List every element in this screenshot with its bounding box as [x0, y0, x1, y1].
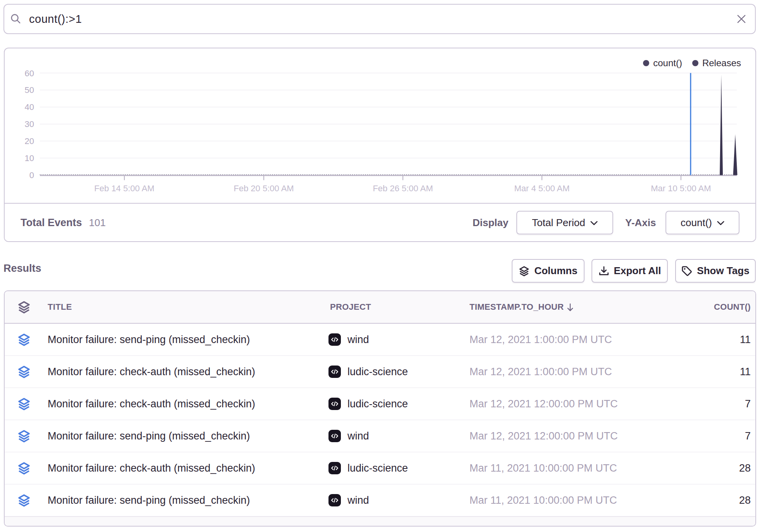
table-row[interactable]: Monitor failure: send-ping (missed_check…	[5, 324, 755, 356]
event-count: 28	[671, 494, 755, 506]
legend-item-releases[interactable]: Releases	[692, 58, 741, 69]
svg-text:20: 20	[25, 136, 34, 146]
project-cell: wind	[328, 430, 469, 442]
show-tags-button[interactable]: Show Tags	[675, 259, 756, 283]
event-timestamp: Mar 12, 2021 1:00:00 PM UTC	[469, 366, 671, 378]
project-cell: ludic-science	[328, 462, 469, 474]
yaxis-dropdown[interactable]: count()	[665, 211, 739, 234]
stack-icon	[17, 333, 31, 346]
search-input[interactable]: count():>1	[29, 13, 736, 26]
event-title[interactable]: Monitor failure: check-auth (missed_chec…	[43, 398, 328, 410]
event-timestamp: Mar 12, 2021 12:00:00 PM UTC	[469, 398, 671, 410]
results-table: TITLE PROJECT TIMESTAMP.TO_HOUR COUNT() …	[4, 290, 756, 527]
legend-dot-releases-icon	[692, 60, 698, 66]
column-header-count[interactable]: COUNT()	[671, 302, 755, 312]
table-row[interactable]: Monitor failure: check-auth (missed_chec…	[5, 452, 755, 484]
svg-text:Feb 26 5:00 AM: Feb 26 5:00 AM	[373, 184, 433, 193]
project-cell: wind	[328, 494, 469, 506]
project-name: ludic-science	[347, 398, 408, 410]
svg-text:50: 50	[25, 85, 34, 95]
results-title: Results	[3, 263, 41, 275]
code-icon	[330, 432, 339, 440]
columns-button[interactable]: Columns	[512, 259, 585, 283]
event-title[interactable]: Monitor failure: send-ping (missed_check…	[43, 494, 328, 506]
column-header-project[interactable]: PROJECT	[328, 302, 469, 312]
svg-text:0: 0	[29, 170, 34, 180]
project-platform-icon	[328, 333, 341, 346]
table-header: TITLE PROJECT TIMESTAMP.TO_HOUR COUNT()	[5, 291, 755, 324]
stack-icon	[17, 462, 31, 475]
stack-icon	[17, 365, 31, 378]
stack-icon	[17, 429, 31, 443]
legend-dot-count-icon	[643, 60, 649, 66]
project-platform-icon	[328, 430, 341, 442]
show-tags-button-label: Show Tags	[697, 265, 749, 277]
stack-icon	[519, 266, 530, 276]
event-count: 28	[671, 462, 755, 474]
event-count: 11	[671, 366, 755, 378]
event-title[interactable]: Monitor failure: check-auth (missed_chec…	[43, 462, 328, 474]
stack-icon[interactable]	[17, 300, 31, 314]
code-icon	[330, 367, 339, 376]
yaxis-dropdown-value: count()	[681, 216, 712, 228]
project-name: wind	[347, 494, 369, 506]
svg-text:Feb 14 5:00 AM: Feb 14 5:00 AM	[94, 184, 154, 193]
legend-label: count()	[653, 58, 682, 69]
chevron-down-icon	[590, 221, 598, 225]
chevron-down-icon	[717, 221, 724, 225]
event-timestamp: Mar 11, 2021 10:00:00 PM UTC	[469, 494, 671, 506]
project-platform-icon	[328, 462, 341, 474]
project-platform-icon	[328, 366, 341, 378]
event-count: 11	[671, 334, 755, 346]
chart-card: 0102030405060Feb 14 5:00 AMFeb 20 5:00 A…	[4, 48, 756, 242]
svg-text:Feb 20 5:00 AM: Feb 20 5:00 AM	[234, 184, 294, 193]
project-name: ludic-science	[347, 462, 408, 474]
tag-icon	[681, 266, 692, 276]
stack-icon	[17, 494, 31, 507]
display-label: Display	[473, 216, 509, 228]
project-name: ludic-science	[347, 366, 408, 378]
legend-label: Releases	[702, 58, 741, 69]
project-cell: ludic-science	[328, 398, 469, 410]
code-icon	[330, 400, 339, 408]
total-events: Total Events 101	[21, 216, 106, 228]
project-cell: ludic-science	[328, 366, 469, 378]
project-cell: wind	[328, 333, 469, 346]
table-row[interactable]: Monitor failure: check-auth (missed_chec…	[5, 356, 755, 388]
project-platform-icon	[328, 494, 341, 506]
event-title[interactable]: Monitor failure: send-ping (missed_check…	[43, 334, 328, 346]
event-timestamp: Mar 12, 2021 1:00:00 PM UTC	[469, 334, 671, 346]
yaxis-label: Y-Axis	[625, 216, 656, 228]
search-icon	[10, 13, 22, 25]
column-header-title[interactable]: TITLE	[43, 302, 328, 312]
table-row[interactable]: Monitor failure: check-auth (missed_chec…	[5, 388, 755, 420]
table-body: Monitor failure: send-ping (missed_check…	[5, 324, 755, 517]
svg-text:10: 10	[25, 153, 34, 163]
total-events-label: Total Events	[21, 216, 82, 228]
download-icon	[598, 266, 609, 276]
display-dropdown[interactable]: Total Period	[516, 211, 613, 234]
code-icon	[330, 464, 339, 472]
search-bar: count():>1	[3, 4, 756, 34]
svg-text:40: 40	[25, 102, 34, 112]
export-all-button[interactable]: Export All	[591, 259, 668, 283]
table-row[interactable]: Monitor failure: send-ping (missed_check…	[5, 484, 755, 517]
project-name: wind	[347, 430, 369, 442]
table-footer	[5, 517, 755, 526]
event-title[interactable]: Monitor failure: send-ping (missed_check…	[43, 430, 328, 442]
chart-legend: count() Releases	[643, 58, 741, 69]
column-header-timestamp[interactable]: TIMESTAMP.TO_HOUR	[469, 302, 671, 312]
table-row[interactable]: Monitor failure: send-ping (missed_check…	[5, 420, 755, 452]
legend-item-count[interactable]: count()	[643, 58, 682, 69]
event-timestamp: Mar 11, 2021 10:00:00 PM UTC	[469, 462, 671, 474]
svg-text:Mar 10 5:00 AM: Mar 10 5:00 AM	[651, 184, 711, 193]
svg-text:30: 30	[25, 119, 34, 129]
code-icon	[330, 496, 339, 505]
project-name: wind	[347, 334, 369, 346]
stack-icon	[17, 397, 31, 410]
export-all-button-label: Export All	[614, 265, 661, 277]
close-icon[interactable]	[736, 14, 746, 24]
display-dropdown-value: Total Period	[532, 216, 585, 228]
event-timestamp: Mar 12, 2021 12:00:00 PM UTC	[469, 430, 671, 442]
event-title[interactable]: Monitor failure: check-auth (missed_chec…	[43, 366, 328, 378]
